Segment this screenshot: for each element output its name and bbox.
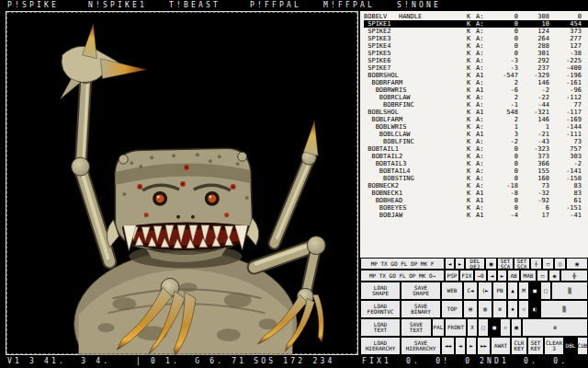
white-swatch-icon[interactable]: □	[540, 282, 551, 300]
half-box-icon[interactable]: ◧	[529, 300, 540, 318]
x-button[interactable]: X	[467, 318, 478, 337]
pb-button[interactable]: PB	[492, 282, 507, 300]
hierarchy-row-boblfinc[interactable]: BOBLFINCKA:-2-4373	[364, 138, 588, 145]
hierarchy-row-bobneck1[interactable]: BOBNECK1KA1-8-3283	[364, 190, 588, 197]
pattern-icon[interactable]: ▒	[551, 282, 588, 300]
hierarchy-row-bobrwris[interactable]: BOBRWRISKA1-6-2-96	[364, 86, 588, 94]
save-text-button[interactable]: SAVE TEXT	[401, 318, 432, 337]
hierarchy-row-spike7[interactable]: SPIKE7KA:-3237-400	[364, 64, 588, 72]
mode-strip-1[interactable]: MP TX GO FL OP MK F	[360, 258, 445, 270]
viewport-3d[interactable]	[6, 11, 358, 355]
pattern-icon[interactable]: ▒	[540, 300, 588, 318]
load-text-button[interactable]: LOAD TEXT	[360, 318, 401, 337]
set-scale-button-1[interactable]: SET SCA	[497, 258, 514, 270]
fast-forward-icon[interactable]: ►►	[477, 337, 491, 355]
grid-icon[interactable]: ▦	[485, 258, 497, 270]
cub-button[interactable]: CUB	[577, 337, 588, 355]
set-scale-button-2[interactable]: SET SCA	[514, 258, 530, 270]
menu-item-tbeast[interactable]: T!BEAST	[169, 0, 220, 11]
small-black-square-icon[interactable]: ▪	[507, 300, 518, 318]
hierarchy-row-bobtail1[interactable]: BOBTAIL1KA:0-323757	[364, 145, 588, 153]
save-shape-button[interactable]: SAVE SHAPE	[401, 282, 441, 300]
rows-icon[interactable]: ▤	[463, 300, 478, 318]
dbl-button[interactable]: DBL	[564, 337, 577, 355]
del-dej-button[interactable]: DEL DEJ	[465, 258, 485, 270]
split-box-icon[interactable]: ◫	[554, 258, 566, 270]
psp-button[interactable]: PSP	[445, 270, 459, 282]
right-arrow-icon[interactable]: ►	[455, 258, 465, 270]
hierarchy-row-spike1[interactable]: SPIKE1KA:010454	[364, 20, 588, 28]
hierarchy-row-boblshol[interactable]: BOBLSHOLKA1548-321-117	[364, 109, 588, 116]
rect-icon[interactable]: ▭	[537, 270, 548, 282]
pal-button[interactable]: PAL	[432, 318, 445, 337]
step-back-icon[interactable]: ◄	[455, 337, 466, 355]
stack-icon[interactable]: ≡	[522, 318, 588, 337]
mode-strip-2[interactable]: MP TX GO FL OP MK O→	[360, 270, 445, 282]
menu-item-mffpal[interactable]: M!FFPAL	[323, 0, 375, 11]
ab-button[interactable]: AB	[507, 270, 520, 282]
load-feorntvc-button[interactable]: LOAD FEORNTVC	[360, 300, 401, 318]
menu-item-snone[interactable]: S!NONE	[397, 0, 441, 11]
up-triangle-icon[interactable]: ▲	[507, 282, 518, 300]
menu-item-pspike[interactable]: P!SPIKE	[7, 0, 59, 11]
hierarchy-row-bobeyes[interactable]: BOBEYESKA:06-151	[364, 204, 588, 212]
hierarchy-row-spike6[interactable]: SPIKE6KA:-3292-225	[364, 57, 588, 64]
hierarchy-row-boblclaw[interactable]: BOBLCLAWKA13-21-111	[364, 131, 588, 138]
clear-3-button[interactable]: CLEAR 3	[544, 337, 564, 355]
rewind-icon[interactable]: ◄◄	[441, 337, 455, 355]
black-swatch-icon[interactable]: ■	[529, 282, 540, 300]
hierarchy-row-boblwris[interactable]: BOBLWRISKA:11-144	[364, 123, 588, 131]
hierarchy-row-bobneck2[interactable]: BOBNECK2KA:-187383	[364, 182, 588, 190]
hierarchy-row-bobjaw[interactable]: BOBJAWKA1-417-41	[364, 212, 588, 219]
hierarchy-row-bobtail3[interactable]: BOBTAIL3KA:0366-2	[364, 160, 588, 167]
load-shape-button[interactable]: LOAD SHAPE	[360, 282, 401, 300]
front-view-button[interactable]: FRONT	[445, 318, 467, 337]
to-zero-button[interactable]: →0	[474, 270, 487, 282]
black-swatch-icon[interactable]: ■	[489, 318, 500, 337]
grid-icon[interactable]: ▦	[511, 318, 522, 337]
cycle-right-button[interactable]: (►	[478, 282, 492, 300]
white-swatch-icon[interactable]: □	[478, 318, 489, 337]
set-key-button[interactable]: SET KEY	[527, 337, 544, 355]
left-arrow-icon[interactable]: ◄	[445, 258, 455, 270]
clear-key-button[interactable]: CLR KEY	[511, 337, 527, 355]
hierarchy-row-bobtail2[interactable]: BOBTAIL2KA:0373303	[364, 153, 588, 160]
step-forward-icon[interactable]: ►	[466, 337, 477, 355]
menu-item-pffpal[interactable]: P!FFPAL	[250, 0, 301, 11]
hierarchy-row-spike2[interactable]: SPIKE2KA:0124373	[364, 28, 588, 35]
target-icon[interactable]: ◉	[548, 270, 560, 282]
small-white-square-icon[interactable]: ▫	[518, 300, 529, 318]
web-button[interactable]: WEB	[441, 282, 463, 300]
hierarchy-row-spike4[interactable]: SPIKE4KA:0288127	[364, 42, 588, 50]
load-hierarchy-button[interactable]: LOAD HIERARCHY	[360, 337, 401, 355]
hierarchy-row-bobrclaw[interactable]: BOBRCLAWKA:2-22-112	[364, 94, 588, 101]
left-arrow-icon[interactable]: ◄	[487, 270, 497, 282]
cols-icon[interactable]: ▥	[478, 300, 492, 318]
top-view-button[interactable]: TOP	[441, 300, 463, 318]
hierarchy-row-bobrshol[interactable]: BOBRSHOLKA1-547-329-196	[364, 72, 588, 79]
hierarchy-row-bobtail4[interactable]: BOBTAIL4KA:0155-141	[364, 167, 588, 175]
mab-button[interactable]: MAB	[520, 270, 537, 282]
hierarchy-row-spike5[interactable]: SPIKE5KA:0301-38	[364, 50, 588, 57]
lines-icon[interactable]: ≡	[492, 300, 507, 318]
hierarchy-row-bobelv[interactable]: BOBELV HANDLEKA:03080	[364, 13, 588, 20]
hierarchy-row-bobrfinc[interactable]: BOBRFINCKA:-1-4477	[364, 101, 588, 109]
hierarchy-row-boblfarm[interactable]: BOBLFARMKA:2146-169	[364, 116, 588, 123]
hierarchy-row-bobrfarm[interactable]: BOBRFARMKA:2146-161	[364, 79, 588, 86]
save-binary-button[interactable]: SAVE BINARY	[401, 300, 441, 318]
save-hierarchy-button[interactable]: SAVE HIERARCHY	[401, 337, 441, 355]
hierarchy-row-spike3[interactable]: SPIKE3KA:0264277	[364, 35, 588, 42]
right-arrow-icon[interactable]: ►	[497, 270, 507, 282]
rect-icon[interactable]: ▭	[542, 258, 554, 270]
awat-button[interactable]: AWAT	[491, 337, 511, 355]
solid-box-icon[interactable]: ▣	[566, 258, 588, 270]
menu-item-nspike1[interactable]: N!SPIKE1	[88, 0, 147, 11]
move-icon[interactable]: ╬	[560, 270, 588, 282]
m-button[interactable]: M	[518, 282, 529, 300]
fix-button[interactable]: FIX	[459, 270, 474, 282]
hierarchy-row-bobhead[interactable]: BOBHEADKA10-9261	[364, 197, 588, 204]
hierarchy-row-bobsting[interactable]: BOBSTINGKA:0160-158	[364, 175, 588, 182]
cycle-left-button[interactable]: C◄	[463, 282, 478, 300]
cross-icon[interactable]: ┼	[530, 258, 542, 270]
small-white-square-icon[interactable]: ▫	[500, 318, 511, 337]
